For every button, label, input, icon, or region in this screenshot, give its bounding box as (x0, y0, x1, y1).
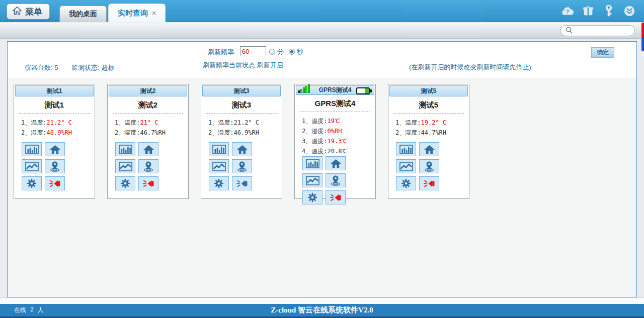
alarm-button[interactable] (45, 176, 65, 190)
alarm-button[interactable] (419, 176, 439, 190)
readings-list: 1、温度:19.2° C 2、湿度:44.7%RH (388, 116, 469, 138)
home-button[interactable] (232, 142, 252, 156)
device-card-test5: 测试5 测试5 1、温度:19.2° C 2、湿度:44.7%RH (388, 84, 469, 199)
settings-button[interactable] (396, 176, 416, 190)
bar-chart-button[interactable] (115, 142, 135, 156)
device-card-gprs-test4: GPRS测试4 GPRS测试4 1、温度:19℃ 2、湿度:0%RH 3、温度:… (294, 84, 376, 199)
location-button[interactable] (419, 159, 439, 173)
card-header-title: 测试2 (140, 87, 156, 95)
readings-list: 1、温度:21.2° C 2、湿度:46.9%RH (201, 116, 282, 138)
settings-button[interactable] (302, 190, 323, 204)
footer-bar: 在线 2 人 Z-cloud 智云在线系统软件V2.0 (0, 304, 644, 316)
readings-list: 1、温度:19℃ 2、湿度:0%RH 3、温度:19.3℃ 4、温度:20.8℃ (295, 114, 375, 156)
location-button[interactable] (138, 159, 158, 173)
edge-marker-blue (641, 37, 644, 51)
settings-button[interactable] (209, 176, 229, 190)
gift-icon[interactable] (582, 5, 595, 18)
search-box[interactable] (560, 25, 635, 36)
card-title: 测试2 (108, 100, 188, 110)
card-title: 测试3 (201, 100, 282, 110)
reading-row: 1、温度:21° C (115, 118, 188, 128)
home-outline-icon (12, 6, 22, 17)
card-header[interactable]: 测试1 (15, 85, 94, 96)
reading-row: 3、温度:19.3℃ (302, 136, 375, 146)
trend-chart-button[interactable] (396, 159, 416, 173)
key-icon[interactable] (602, 5, 615, 18)
search-icon (565, 26, 573, 36)
refresh-note-text: (在刷新开启的时候改变刷新时间请先停止) (409, 63, 531, 72)
card-header[interactable]: 测试5 (389, 85, 468, 96)
trend-chart-button[interactable] (209, 159, 229, 173)
confirm-button[interactable]: 确定 (591, 47, 614, 58)
home-button[interactable] (45, 142, 65, 156)
home-button[interactable] (138, 142, 158, 156)
online-unit: 人 (38, 306, 44, 314)
tab-my-desktop[interactable]: 我的桌面 (59, 6, 107, 22)
secondary-toolbar (0, 23, 644, 39)
reading-row: 4、温度:20.8℃ (302, 146, 375, 156)
menu-button[interactable]: 菜单 (7, 4, 50, 20)
settings-button[interactable] (115, 176, 135, 190)
top-navigation-bar: 菜单 我的桌面 实时查询 × ? (0, 0, 644, 22)
trend-chart-button[interactable] (302, 173, 323, 187)
card-title: 测试5 (388, 100, 469, 110)
card-action-grid (108, 142, 188, 198)
card-header-title: 测试3 (234, 87, 250, 95)
card-header-title: 测试1 (47, 87, 62, 95)
card-header[interactable]: 测试2 (109, 85, 187, 96)
settings-button[interactable] (22, 176, 42, 190)
reading-row: 1、温度:19.2° C (395, 118, 469, 128)
location-button[interactable] (326, 173, 346, 187)
device-card-test1: 测试1 测试1 1、温度:21.2° C 2、湿度:46.9%RH (14, 84, 95, 199)
reading-row: 2、湿度:46.7%RH (115, 128, 188, 138)
card-header[interactable]: GPRS测试4 (296, 85, 374, 95)
card-action-grid (14, 142, 95, 198)
tab-close-icon[interactable]: × (152, 10, 156, 17)
collapse-icon[interactable] (623, 5, 636, 18)
tab-label: 我的桌面 (69, 10, 97, 19)
card-action-grid (201, 142, 282, 198)
online-label: 在线 (14, 306, 26, 314)
trend-chart-button[interactable] (115, 159, 135, 173)
radio-minutes[interactable] (269, 49, 275, 55)
svg-text:?: ? (566, 9, 570, 15)
home-button[interactable] (326, 156, 346, 170)
tab-label: 实时查询 (118, 9, 148, 18)
status-item: 仪器台数: 5 (25, 63, 58, 72)
edge-marker-red (641, 23, 644, 37)
radio-seconds[interactable] (289, 49, 295, 55)
location-button[interactable] (45, 159, 65, 173)
app-window: 菜单 我的桌面 实时查询 × ? (0, 0, 644, 318)
signal-strength-icon (298, 84, 310, 93)
app-title: Z-cloud 智云在线系统软件V2.0 (0, 305, 644, 315)
reading-row: 2、湿度:0%RH (302, 126, 375, 136)
home-button[interactable] (419, 142, 439, 156)
dashed-separator (206, 113, 277, 114)
bar-chart-button[interactable] (22, 142, 42, 156)
dashed-separator (113, 113, 183, 114)
refresh-rate-label: 刷新频率: (208, 48, 236, 57)
reading-row: 2、湿度:46.9%RH (208, 128, 282, 138)
cloud-help-icon[interactable]: ? (561, 5, 574, 18)
readings-list: 1、温度:21° C 2、湿度:46.7%RH (108, 116, 188, 138)
online-count: 2 (30, 306, 34, 314)
reading-row: 1、温度:21.2° C (21, 118, 95, 128)
alarm-button[interactable] (232, 176, 252, 190)
readings-list: 1、温度:21.2° C 2、湿度:46.9%RH (14, 116, 95, 138)
alarm-button[interactable] (326, 190, 346, 204)
reading-row: 1、温度:21.2° C (208, 118, 282, 128)
card-title: 测试1 (14, 100, 95, 110)
bar-chart-button[interactable] (396, 142, 416, 156)
tab-realtime-query[interactable]: 实时查询 × (108, 4, 166, 22)
tab-bar: 我的桌面 实时查询 × (59, 0, 167, 22)
card-header[interactable]: 测试3 (202, 85, 281, 96)
alarm-button[interactable] (138, 176, 158, 190)
refresh-rate-input[interactable] (240, 46, 266, 56)
bar-chart-button[interactable] (209, 142, 229, 156)
menu-button-label: 菜单 (25, 6, 42, 18)
search-input[interactable] (575, 27, 630, 34)
online-users-info: 在线 2 人 (14, 306, 44, 314)
trend-chart-button[interactable] (22, 159, 42, 173)
bar-chart-button[interactable] (302, 156, 323, 170)
location-button[interactable] (232, 159, 252, 173)
